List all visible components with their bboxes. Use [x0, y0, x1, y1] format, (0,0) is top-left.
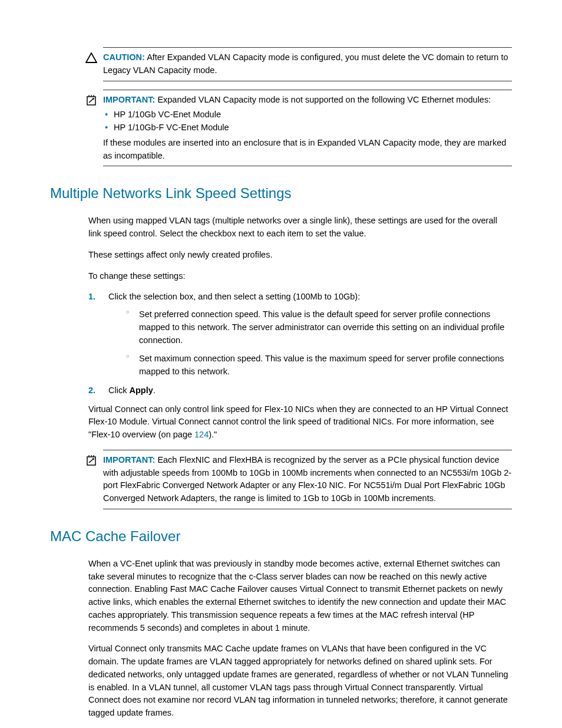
step-text: Click the selection box, and then select… [108, 292, 360, 301]
important-box-1: IMPORTANT: Expanded VLAN Capacity mode i… [103, 90, 512, 167]
step-item: 1. Click the selection box, and then sel… [88, 291, 512, 378]
link-speed-body: When using mapped VLAN tags (multiple ne… [88, 215, 512, 509]
paragraph: When a VC-Enet uplink that was previousl… [88, 558, 512, 635]
important-text: Each FlexNIC and FlexHBA is recognized b… [103, 455, 511, 503]
important-label: IMPORTANT: [103, 95, 155, 104]
paragraph-prefix: Virtual Connect can only control link sp… [88, 404, 508, 440]
step-number: 2. [88, 384, 95, 397]
caution-icon [80, 51, 103, 63]
steps-list: 1. Click the selection box, and then sel… [88, 291, 512, 397]
paragraph: Virtual Connect only transmits MAC Cache… [88, 643, 512, 720]
mac-cache-body: When a VC-Enet uplink that was previousl… [88, 558, 512, 720]
bullet-item: HP 1/10Gb-F VC-Enet Module [114, 121, 512, 134]
step-item: 2. Click Apply. [88, 384, 512, 397]
page-reference-link[interactable]: 124 [194, 430, 209, 439]
important-bullets: HP 1/10Gb VC-Enet Module HP 1/10Gb-F VC-… [103, 108, 512, 134]
section-heading-link-speed: Multiple Networks Link Speed Settings [50, 183, 512, 204]
important-icon [80, 94, 103, 107]
important-closing: If these modules are inserted into an en… [103, 137, 512, 163]
important-label: IMPORTANT: [103, 455, 155, 465]
paragraph-suffix: )." [209, 430, 217, 439]
important-content-2: IMPORTANT: Each FlexNIC and FlexHBA is r… [103, 454, 512, 505]
step-number: 1. [88, 291, 95, 304]
bullet-item: HP 1/10Gb VC-Enet Module [114, 108, 512, 121]
section-heading-mac-cache: MAC Cache Failover [50, 526, 512, 547]
important-box-2: IMPORTANT: Each FlexNIC and FlexHBA is r… [103, 450, 512, 509]
caution-box: CAUTION: After Expanded VLAN Capacity mo… [103, 47, 512, 81]
caution-text: After Expanded VLAN Capacity mode is con… [103, 52, 508, 75]
important-intro: Expanded VLAN Capacity mode is not suppo… [157, 95, 491, 104]
sub-list: Set preferred connection speed. This val… [108, 308, 512, 378]
paragraph: These settings affect only newly created… [88, 249, 512, 262]
important-content-1: IMPORTANT: Expanded VLAN Capacity mode i… [103, 94, 512, 163]
step-text-prefix: Click [108, 386, 129, 395]
caution-content: CAUTION: After Expanded VLAN Capacity mo… [103, 51, 512, 77]
important-icon [80, 454, 103, 467]
sub-item: Set preferred connection speed. This val… [126, 308, 512, 347]
paragraph: Virtual Connect can only control link sp… [88, 403, 512, 442]
paragraph: When using mapped VLAN tags (multiple ne… [88, 215, 512, 241]
sub-item: Set maximum connection speed. This value… [126, 353, 512, 378]
caution-label: CAUTION: [103, 52, 145, 62]
step-text-bold: Apply [129, 386, 153, 395]
paragraph: To change these settings: [88, 270, 512, 283]
